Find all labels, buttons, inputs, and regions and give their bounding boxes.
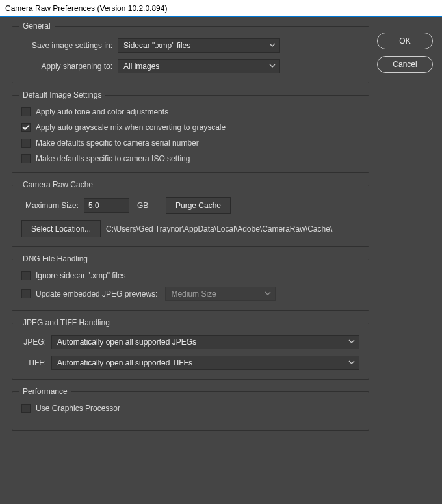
cancel-button[interactable]: Cancel (377, 56, 433, 73)
group-cache: Camera Raw Cache Maximum Size: GB Purge … (12, 185, 369, 247)
select-preview-size: Medium Size (165, 287, 276, 301)
titlebar: Camera Raw Preferences (Version 10.2.0.8… (0, 0, 442, 17)
label-serial-specific: Make defaults specific to camera serial … (36, 139, 199, 148)
label-update-previews: Update embedded JPEG previews: (36, 289, 157, 298)
purge-cache-button[interactable]: Purge Cache (166, 197, 231, 214)
checkbox-auto-tone[interactable] (21, 107, 31, 116)
legend-jpeg-tiff: JPEG and TIFF Handling (19, 318, 114, 327)
chevron-down-icon (348, 336, 355, 349)
label-iso-specific: Make defaults specific to camera ISO set… (36, 154, 190, 163)
content-area: General Save image settings in: Sidecar … (0, 17, 442, 504)
chevron-down-icon (269, 39, 276, 52)
action-buttons: OK Cancel (377, 17, 442, 504)
group-general: General Save image settings in: Sidecar … (12, 26, 369, 83)
label-tiff: TIFF: (21, 358, 46, 367)
checkbox-serial-specific[interactable] (21, 139, 31, 148)
label-auto-tone: Apply auto tone and color adjustments (36, 107, 168, 116)
select-tiff-value: Automatically open all supported TIFFs (57, 358, 192, 367)
select-location-button[interactable]: Select Location... (21, 220, 101, 237)
cache-path: C:\Users\Ged Traynor\AppData\Local\Adobe… (106, 224, 332, 233)
checkbox-update-previews[interactable] (21, 289, 31, 298)
settings-panel: General Save image settings in: Sidecar … (0, 17, 377, 504)
group-defaults: Default Image Settings Apply auto tone a… (12, 95, 369, 173)
chevron-down-icon (269, 60, 276, 73)
label-jpeg: JPEG: (21, 338, 46, 347)
checkbox-iso-specific[interactable] (21, 154, 31, 163)
legend-defaults: Default Image Settings (19, 90, 105, 99)
legend-performance: Performance (19, 387, 72, 396)
label-gb-unit: GB (135, 201, 161, 210)
label-use-gpu: Use Graphics Processor (36, 404, 120, 413)
chevron-down-icon (265, 287, 271, 300)
label-ignore-sidecar: Ignore sidecar ".xmp" files (36, 271, 126, 280)
legend-dng: DNG File Handling (19, 254, 92, 263)
label-auto-grayscale: Apply auto grayscale mix when converting… (36, 123, 226, 132)
ok-button[interactable]: OK (377, 33, 433, 49)
select-save-settings[interactable]: Sidecar ".xmp" files (118, 38, 280, 53)
window-title: Camera Raw Preferences (Version 10.2.0.8… (5, 4, 167, 13)
label-save-settings: Save image settings in: (21, 41, 112, 50)
input-max-size[interactable] (84, 198, 129, 213)
label-sharpening: Apply sharpening to: (21, 62, 112, 71)
group-jpeg-tiff: JPEG and TIFF Handling JPEG: Automatical… (12, 323, 369, 380)
select-sharpening[interactable]: All images (118, 59, 280, 73)
select-preview-size-value: Medium Size (171, 289, 216, 298)
checkbox-ignore-sidecar[interactable] (21, 271, 31, 280)
group-dng: DNG File Handling Ignore sidecar ".xmp" … (12, 259, 369, 311)
select-tiff-handling[interactable]: Automatically open all supported TIFFs (51, 356, 359, 370)
label-max-size: Maximum Size: (21, 201, 79, 210)
checkbox-auto-grayscale[interactable] (21, 123, 31, 132)
select-sharpening-value: All images (124, 62, 159, 71)
select-jpeg-value: Automatically open all supported JPEGs (57, 338, 196, 347)
legend-general: General (19, 21, 55, 31)
checkbox-use-gpu[interactable] (21, 404, 31, 413)
legend-cache: Camera Raw Cache (19, 180, 97, 189)
group-performance: Performance Use Graphics Processor (12, 391, 369, 431)
select-save-settings-value: Sidecar ".xmp" files (124, 41, 190, 50)
chevron-down-icon (348, 356, 355, 369)
select-jpeg-handling[interactable]: Automatically open all supported JPEGs (51, 335, 359, 349)
